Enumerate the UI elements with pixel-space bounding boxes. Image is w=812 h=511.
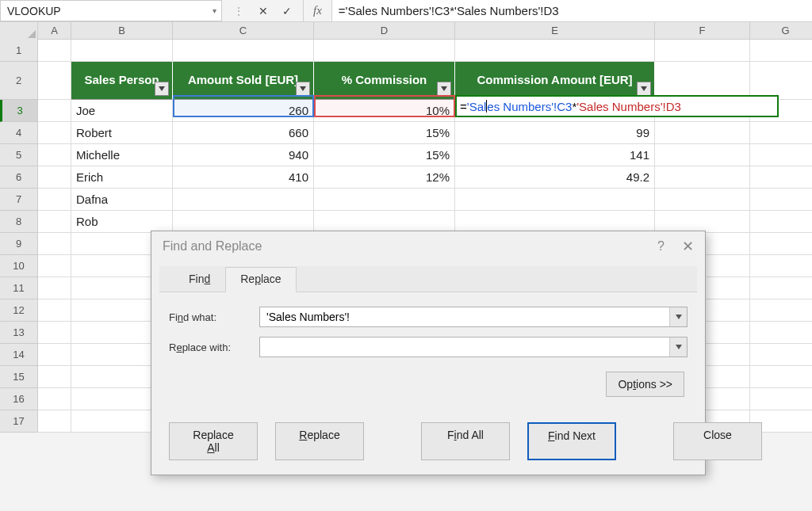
row-head-6[interactable]: 6 (0, 166, 38, 189)
cell-d8[interactable] (314, 211, 455, 233)
cell-d5[interactable]: 15% (314, 144, 455, 166)
replace-with-input[interactable] (260, 337, 669, 357)
row-head-14[interactable]: 14 (0, 344, 38, 366)
find-what-dropdown-icon[interactable] (669, 307, 687, 326)
fx-icon[interactable]: fx (304, 0, 332, 21)
cell-editor-e3[interactable]: ='Sales Numbers'!C3*'Sales Numbers'!D3 (455, 95, 779, 117)
dialog-titlebar[interactable]: Find and Replace ? ✕ (151, 231, 705, 260)
cell-e7[interactable] (455, 189, 655, 211)
find-what-input[interactable] (260, 307, 669, 326)
cell-f2[interactable] (655, 62, 750, 100)
cell-e6[interactable]: 49.2 (455, 166, 655, 189)
filter-btn-amount-sold[interactable] (296, 82, 310, 96)
formula-input[interactable]: ='Sales Numbers'!C3*'Sales Numbers'!D3 (332, 0, 812, 21)
cell-g4[interactable] (750, 122, 812, 144)
filter-btn-pct-commission[interactable] (437, 82, 451, 96)
col-head-a[interactable]: A (38, 22, 71, 39)
cell-f7[interactable] (655, 189, 750, 211)
cell-f6[interactable] (655, 166, 750, 189)
cell-a6[interactable] (38, 166, 71, 189)
cell-e8[interactable] (455, 211, 655, 233)
cell-g7[interactable] (750, 189, 812, 211)
cell-d1[interactable] (314, 40, 455, 62)
col-head-b[interactable]: B (71, 22, 173, 39)
row-head-15[interactable]: 15 (0, 366, 38, 388)
row-head-10[interactable]: 10 (0, 255, 38, 277)
cell-g12[interactable] (750, 299, 812, 322)
cell-g1[interactable] (750, 40, 812, 62)
header-amount-sold[interactable]: Amount Sold [EUR] (173, 62, 314, 100)
cell-d4[interactable]: 15% (314, 122, 455, 144)
row-head-3[interactable]: 3 (0, 100, 38, 122)
cell-f5[interactable] (655, 144, 750, 166)
cell-c8[interactable] (173, 211, 314, 233)
cell-b3[interactable]: Joe (71, 100, 173, 122)
cell-f4[interactable] (655, 122, 750, 144)
find-what-combo[interactable] (259, 307, 688, 327)
cell-a13[interactable] (38, 322, 71, 344)
filter-btn-sales-person[interactable] (155, 82, 169, 96)
cell-g10[interactable] (750, 255, 812, 277)
header-pct-commission[interactable]: % Commission (314, 62, 455, 100)
row-head-11[interactable]: 11 (0, 277, 38, 299)
cell-c3[interactable]: 260 (173, 100, 314, 122)
row-head-16[interactable]: 16 (0, 388, 38, 410)
cell-d3[interactable]: 10% (314, 100, 455, 122)
col-head-f[interactable]: F (655, 22, 750, 39)
cell-b1[interactable] (71, 40, 173, 62)
cell-c7[interactable] (173, 189, 314, 211)
confirm-formula-icon[interactable]: ✓ (282, 5, 292, 17)
cell-a3[interactable] (38, 100, 71, 122)
cell-a2[interactable] (38, 62, 71, 100)
cell-a17[interactable] (38, 410, 71, 433)
cell-g16[interactable] (750, 388, 812, 410)
cell-a14[interactable] (38, 344, 71, 366)
cell-g2[interactable] (750, 62, 812, 100)
cell-e4[interactable]: 99 (455, 122, 655, 144)
replace-all-button[interactable]: Replace All (169, 422, 258, 460)
cell-a5[interactable] (38, 144, 71, 166)
col-head-g[interactable]: G (750, 22, 812, 39)
cell-g5[interactable] (750, 144, 812, 166)
row-head-8[interactable]: 8 (0, 211, 38, 233)
row-head-5[interactable]: 5 (0, 144, 38, 166)
cell-a11[interactable] (38, 277, 71, 299)
cell-a8[interactable] (38, 211, 71, 233)
select-all-corner[interactable] (0, 22, 38, 40)
dialog-help-icon[interactable]: ? (657, 239, 665, 254)
tab-replace[interactable]: Replace (225, 267, 296, 292)
cell-c5[interactable]: 940 (173, 144, 314, 166)
cell-a15[interactable] (38, 366, 71, 388)
cell-b8[interactable]: Rob (71, 211, 173, 233)
cell-g11[interactable] (750, 277, 812, 299)
replace-with-dropdown-icon[interactable] (669, 337, 687, 357)
cancel-formula-icon[interactable]: ✕ (259, 5, 268, 17)
cell-g8[interactable] (750, 211, 812, 233)
cell-g14[interactable] (750, 344, 812, 366)
filter-btn-commission-amount[interactable] (637, 82, 651, 96)
col-head-c[interactable]: C (173, 22, 314, 39)
row-head-9[interactable]: 9 (0, 233, 38, 255)
cell-a4[interactable] (38, 122, 71, 144)
row-head-1[interactable]: 1 (0, 40, 38, 62)
cell-c6[interactable]: 410 (173, 166, 314, 189)
header-commission-amount[interactable]: Commission Amount [EUR] (455, 62, 655, 100)
row-head-2[interactable]: 2 (0, 62, 38, 100)
cell-g15[interactable] (750, 366, 812, 388)
replace-with-combo[interactable] (259, 337, 688, 357)
cell-f8[interactable] (655, 211, 750, 233)
cell-d7[interactable] (314, 189, 455, 211)
find-all-button[interactable]: Find All (421, 422, 510, 460)
name-box[interactable]: VLOOKUP ▾ (0, 0, 222, 21)
cell-e1[interactable] (455, 40, 655, 62)
dialog-close-icon[interactable]: ✕ (682, 238, 694, 255)
tab-find[interactable]: Find (174, 267, 225, 292)
cell-a1[interactable] (38, 40, 71, 62)
options-button[interactable]: Options >> (606, 372, 684, 397)
cell-b5[interactable]: Michelle (71, 144, 173, 166)
row-head-12[interactable]: 12 (0, 299, 38, 322)
cell-a16[interactable] (38, 388, 71, 410)
cell-b6[interactable]: Erich (71, 166, 173, 189)
cell-e5[interactable]: 141 (455, 144, 655, 166)
col-head-d[interactable]: D (314, 22, 455, 39)
